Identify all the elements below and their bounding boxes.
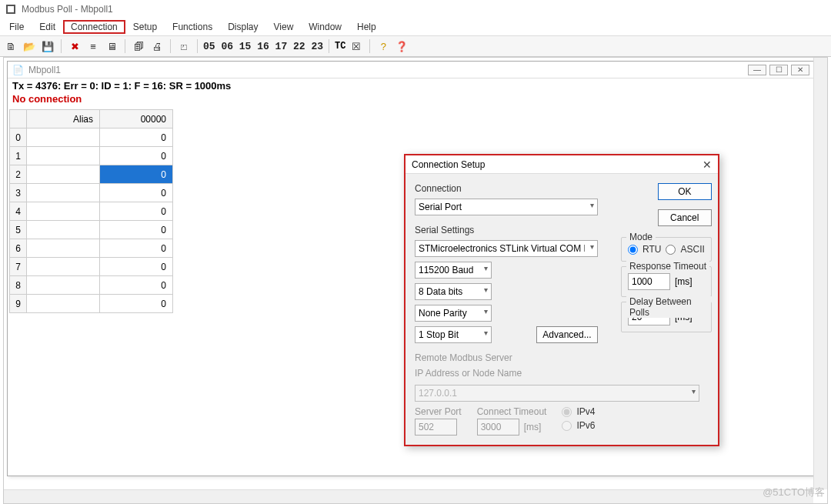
connection-select[interactable]: Serial Port [415, 199, 598, 215]
new-icon[interactable]: 🗎 [3, 38, 18, 54]
doc-icon: 📄 [12, 65, 24, 75]
menu-window[interactable]: Window [301, 20, 349, 34]
svg-rect-1 [8, 6, 14, 12]
advanced-button[interactable]: Advanced... [536, 326, 598, 343]
value-cell[interactable]: 0 [100, 165, 173, 184]
parity-select[interactable]: None Parity [415, 305, 492, 322]
value-cell[interactable]: 0 [100, 147, 173, 165]
menu-setup[interactable]: Setup [125, 20, 165, 34]
table-row[interactable]: 00 [10, 129, 173, 147]
stopbit-select[interactable]: 1 Stop Bit [415, 326, 492, 343]
connection-setup-dialog: Connection Setup ✕ Connection Serial Por… [404, 154, 719, 446]
pulse-icon[interactable]: ⏍ [176, 38, 192, 54]
alias-cell[interactable] [27, 129, 100, 147]
value-cell[interactable]: 0 [100, 276, 173, 295]
table-row[interactable]: 90 [10, 295, 173, 313]
table-row[interactable]: 60 [10, 239, 173, 258]
doc-max-button[interactable]: ☐ [769, 65, 788, 75]
table-row[interactable]: 40 [10, 202, 173, 221]
menu-display[interactable]: Display [220, 20, 265, 34]
value-cell[interactable]: 0 [100, 258, 173, 276]
value-cell[interactable]: 0 [100, 184, 173, 202]
toolbar: 🗎 📂 💾 ✖ ≡ 🖥 🗐 🖨 ⏍ 05 06 15 16 17 22 23 T… [0, 35, 831, 57]
tc-label[interactable]: TC [335, 41, 345, 52]
remote-server-label: Remote Modbus Server [415, 352, 607, 363]
mode-rtu-radio[interactable]: RTU [628, 244, 661, 255]
close-icon[interactable]: ✖ [67, 38, 82, 54]
app-titlebar: Modbus Poll - Mbpoll1 [0, 0, 831, 18]
save-icon[interactable]: 💾 [40, 38, 55, 54]
menu-help[interactable]: Help [349, 20, 384, 34]
value-cell[interactable]: 0 [100, 221, 173, 239]
ip-field: 127.0.0.1 [415, 385, 699, 402]
menu-functions[interactable]: Functions [165, 20, 220, 34]
row-number: 3 [10, 184, 27, 202]
help-icon[interactable]: ? [375, 38, 391, 54]
alias-cell[interactable] [27, 295, 100, 313]
table-row[interactable]: 70 [10, 258, 173, 276]
delay-polls-label: Delay Between Polls [626, 296, 711, 318]
ip-label: IP Address or Node Name [415, 368, 607, 379]
alias-cell[interactable] [27, 202, 100, 221]
workspace-hscroll[interactable] [4, 489, 813, 503]
menu-edit[interactable]: Edit [32, 20, 63, 34]
register-table[interactable]: Alias00000 00102030405060708090 [9, 109, 173, 313]
connection-label: Connection [415, 183, 607, 194]
alias-cell[interactable] [27, 276, 100, 295]
mode-group-label: Mode [626, 232, 656, 242]
table-row[interactable]: 80 [10, 276, 173, 295]
whatsthis-icon[interactable]: ❓ [394, 38, 409, 54]
link-icon[interactable]: ≡ [85, 38, 101, 54]
table-row[interactable]: 20 [10, 165, 173, 184]
workspace-vscroll[interactable] [813, 58, 827, 489]
doc-icon[interactable]: 🗐 [131, 38, 146, 54]
watermark: @51CTO博客 [763, 486, 825, 499]
alias-cell[interactable] [27, 184, 100, 202]
menu-file[interactable]: File [2, 20, 32, 34]
alias-cell[interactable] [27, 165, 100, 184]
row-number: 0 [10, 129, 27, 147]
hdr-value: 00000 [100, 110, 173, 129]
row-number: 4 [10, 202, 27, 221]
value-cell[interactable]: 0 [100, 129, 173, 147]
response-timeout-field[interactable] [628, 273, 670, 290]
row-number: 5 [10, 221, 27, 239]
ms-unit: [ms] [524, 422, 542, 432]
alias-cell[interactable] [27, 147, 100, 165]
open-icon[interactable]: 📂 [22, 38, 37, 54]
traffic-icon[interactable]: ☒ [349, 38, 364, 54]
databits-select[interactable]: 8 Data bits [415, 283, 492, 300]
ok-button[interactable]: OK [658, 183, 712, 200]
dialog-close-icon[interactable]: ✕ [703, 159, 712, 171]
table-row[interactable]: 10 [10, 147, 173, 165]
doc-close-button[interactable]: ✕ [791, 65, 809, 75]
baud-select[interactable]: 115200 Baud [415, 262, 492, 279]
alias-cell[interactable] [27, 258, 100, 276]
serial-port-select[interactable]: STMicroelectronics STLink Virtual COM Po… [415, 240, 598, 257]
menu-connection[interactable]: Connection [63, 20, 125, 34]
doc-title: Mbpoll1 [28, 65, 61, 75]
row-number: 1 [10, 147, 27, 165]
table-row[interactable]: 50 [10, 221, 173, 239]
alias-cell[interactable] [27, 239, 100, 258]
dialog-titlebar[interactable]: Connection Setup ✕ [405, 155, 718, 174]
row-number: 7 [10, 258, 27, 276]
menu-view[interactable]: View [266, 20, 302, 34]
alias-cell[interactable] [27, 221, 100, 239]
func-codes[interactable]: 05 06 15 16 17 22 23 [203, 41, 323, 52]
cancel-button[interactable]: Cancel [658, 209, 712, 226]
doc-min-button[interactable]: — [748, 65, 766, 75]
print-icon[interactable]: 🖨 [149, 38, 165, 54]
server-port-label: Server Port [415, 406, 462, 417]
value-cell[interactable]: 0 [100, 295, 173, 313]
value-cell[interactable]: 0 [100, 239, 173, 258]
doc-titlebar[interactable]: 📄 Mbpoll1 — ☐ ✕ [8, 62, 814, 78]
mode-ascii-radio[interactable]: ASCII [666, 244, 704, 255]
menubar: File Edit Connection Setup Functions Dis… [0, 18, 831, 35]
value-cell[interactable]: 0 [100, 202, 173, 221]
monitor-icon[interactable]: 🖥 [104, 38, 119, 54]
row-number: 8 [10, 276, 27, 295]
row-number: 6 [10, 239, 27, 258]
table-row[interactable]: 30 [10, 184, 173, 202]
connect-timeout-field [477, 419, 519, 436]
